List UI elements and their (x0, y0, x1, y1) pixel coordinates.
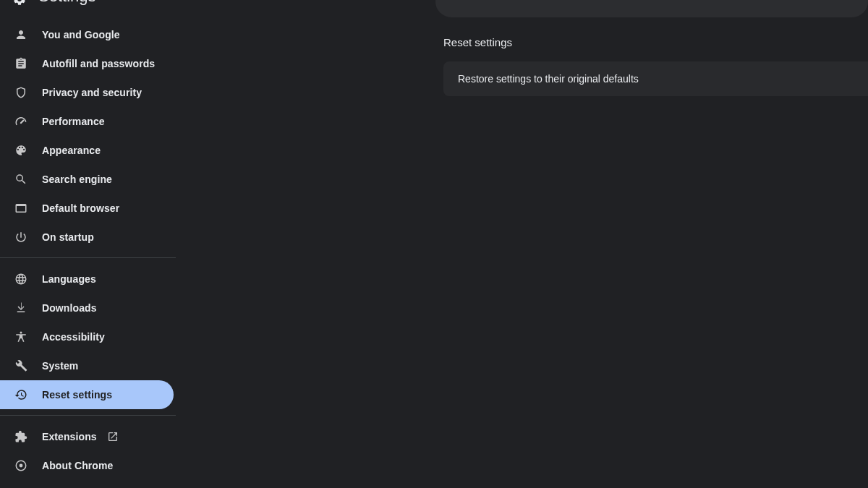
sidebar-item-label: About Chrome (42, 460, 113, 471)
sidebar-item-extensions[interactable]: Extensions (0, 422, 204, 451)
svg-point-1 (20, 464, 23, 468)
sidebar-item-autofill[interactable]: Autofill and passwords (0, 49, 204, 78)
sidebar-item-label: Autofill and passwords (42, 58, 155, 69)
main-content: Reset settings Restore settings to their… (204, 0, 868, 488)
restore-defaults-row[interactable]: Restore settings to their original defau… (443, 61, 868, 96)
open-in-new-icon (107, 431, 119, 442)
sidebar-item-label: You and Google (42, 29, 120, 40)
sidebar-item-system[interactable]: System (0, 351, 204, 380)
sidebar-item-label: Downloads (42, 302, 97, 314)
sidebar-item-on-startup[interactable]: On startup (0, 223, 204, 252)
power-icon (14, 230, 28, 244)
sidebar-item-label: Privacy and security (42, 87, 142, 98)
section-title: Reset settings (443, 36, 512, 48)
sidebar-item-appearance[interactable]: Appearance (0, 136, 204, 165)
sidebar-item-label: Default browser (42, 202, 119, 214)
sidebar-item-label: System (42, 360, 78, 372)
person-icon (14, 27, 28, 42)
palette-icon (14, 143, 28, 158)
clipboard-icon (14, 56, 28, 71)
speedometer-icon (14, 114, 28, 129)
sidebar-header: Settings (0, 0, 204, 10)
sidebar-title: Settings (38, 0, 96, 6)
restore-defaults-label: Restore settings to their original defau… (458, 73, 639, 85)
sidebar-divider (0, 257, 176, 258)
settings-gear-icon (12, 0, 27, 7)
sidebar-item-label: Accessibility (42, 331, 105, 343)
wrench-icon (14, 359, 28, 373)
sidebar-item-languages[interactable]: Languages (0, 265, 204, 294)
sidebar-item-search-engine[interactable]: Search engine (0, 165, 204, 194)
download-icon (14, 301, 28, 315)
extension-icon (14, 429, 28, 444)
sidebar-item-label: On startup (42, 231, 94, 243)
sidebar-item-label: Reset settings (42, 389, 112, 401)
sidebar-item-reset-settings[interactable]: Reset settings (0, 380, 174, 409)
settings-sidebar: Settings You and Google Autofill and pas… (0, 0, 204, 488)
sidebar-item-label: Appearance (42, 145, 101, 156)
sidebar-item-performance[interactable]: Performance (0, 107, 204, 136)
sidebar-item-downloads[interactable]: Downloads (0, 294, 204, 322)
sidebar-divider (0, 415, 176, 416)
sidebar-item-label: Extensions (42, 431, 97, 442)
sidebar-item-label: Languages (42, 273, 96, 285)
accessibility-icon (14, 330, 28, 344)
sidebar-item-you-and-google[interactable]: You and Google (0, 20, 204, 49)
chrome-icon (14, 458, 28, 473)
sidebar-item-default-browser[interactable]: Default browser (0, 194, 204, 223)
search-settings-bar[interactable] (435, 0, 868, 17)
sidebar-item-label: Performance (42, 116, 105, 127)
shield-icon (14, 85, 28, 100)
sidebar-item-accessibility[interactable]: Accessibility (0, 322, 204, 351)
sidebar-item-label: Search engine (42, 174, 112, 185)
sidebar-item-privacy[interactable]: Privacy and security (0, 78, 204, 107)
browser-window-icon (14, 201, 28, 215)
sidebar-nav: You and Google Autofill and passwords Pr… (0, 20, 204, 480)
sidebar-item-about-chrome[interactable]: About Chrome (0, 451, 204, 480)
globe-icon (14, 272, 28, 286)
search-icon (14, 172, 28, 187)
restore-icon (14, 388, 28, 402)
